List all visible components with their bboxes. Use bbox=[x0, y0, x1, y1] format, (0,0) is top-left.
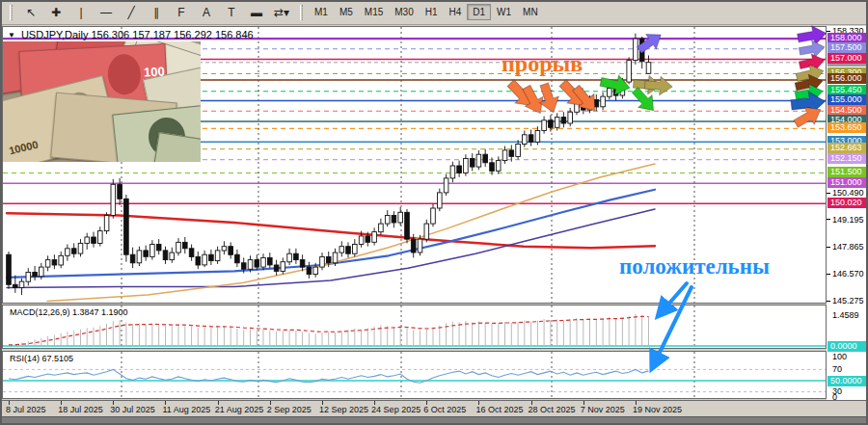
tool-horizontal-line-tool[interactable]: — bbox=[94, 3, 119, 22]
tool-text-label-tool[interactable]: T bbox=[219, 3, 244, 22]
price-axis-tickmark bbox=[827, 274, 830, 275]
tool-text-tool[interactable]: A bbox=[194, 3, 219, 22]
tool-arrows-tool[interactable]: ⇄▾ bbox=[269, 3, 294, 22]
time-axis-label: 2 Sep 2025 bbox=[267, 405, 312, 414]
rsi-indicator-label: RSI(14) 67.5105 bbox=[8, 354, 75, 363]
price-axis-tickmark bbox=[827, 193, 830, 194]
timeframe-button-MN[interactable]: MN bbox=[517, 4, 544, 20]
time-axis[interactable]: 8 Jul 202518 Jul 202530 Jul 202511 Aug 2… bbox=[0, 400, 868, 416]
price-axis-tickmark bbox=[827, 219, 830, 220]
time-axis-label: 16 Oct 2025 bbox=[475, 405, 523, 414]
tool-equidistant-channel-tool[interactable]: ∥ bbox=[144, 3, 169, 22]
toolbar-grip[interactable] bbox=[10, 5, 13, 20]
time-axis-label: 7 Nov 2025 bbox=[581, 405, 625, 414]
price-axis-tick: 145.275 bbox=[832, 296, 864, 305]
price-axis-tick: 150.490 bbox=[832, 188, 864, 198]
time-axis-label: 8 Jul 2025 bbox=[6, 405, 46, 414]
tool-crosshair-tool[interactable]: ✚ bbox=[43, 3, 68, 22]
price-level-label-153.650: 153.650 bbox=[827, 122, 868, 133]
price-axis-tickmark bbox=[827, 301, 830, 302]
macd-indicator-label: MACD(12,26,9) 1.3847 1.1900 bbox=[8, 307, 130, 317]
macd-axis-label-1.4589: 1.4589 bbox=[832, 310, 859, 320]
tool-cursor-tool[interactable]: ↖ bbox=[18, 3, 43, 22]
time-axis-label: 30 Jul 2025 bbox=[110, 405, 155, 414]
price-level-label-150.020: 150.020 bbox=[827, 198, 868, 208]
price-axis-tick: 147.865 bbox=[832, 242, 864, 252]
timeframe-button-M30[interactable]: M30 bbox=[389, 4, 419, 20]
time-axis-label: 19 Nov 2025 bbox=[633, 405, 682, 414]
price-level-label-151.500: 151.500 bbox=[827, 167, 868, 177]
tool-vertical-line-tool[interactable]: | bbox=[68, 3, 94, 22]
time-axis-label: 28 Oct 2025 bbox=[529, 405, 576, 414]
rsi-pane[interactable] bbox=[2, 351, 827, 399]
timeframe-button-M1[interactable]: M1 bbox=[309, 4, 334, 20]
price-level-label-151.000: 151.000 bbox=[827, 177, 868, 188]
timeframe-button-M15[interactable]: M15 bbox=[359, 4, 389, 20]
chart-window: ▼ USDJPY,Daily 156.306 157.187 156.292 1… bbox=[0, 25, 868, 425]
macd-axis-label-0.0000: 0.0000 bbox=[827, 341, 868, 352]
tool-trendline-tool[interactable]: ╱ bbox=[119, 3, 144, 22]
time-axis-label: 18 Jul 2025 bbox=[58, 405, 103, 414]
price-axis-tickmark bbox=[827, 247, 830, 248]
timeframe-button-H4[interactable]: H4 bbox=[444, 4, 468, 20]
price-level-label-154.500: 154.500 bbox=[827, 105, 868, 116]
price-axis-tickmark bbox=[827, 31, 830, 32]
price-level-label-156.000: 156.000 bbox=[827, 73, 868, 84]
chart-title-row: ▼ USDJPY,Daily 156.306 157.187 156.292 1… bbox=[8, 29, 254, 40]
window-bottom-edge bbox=[0, 416, 868, 425]
chart-dropdown-icon[interactable]: ▼ bbox=[8, 31, 15, 40]
price-level-label-157.000: 157.000 bbox=[827, 53, 868, 64]
timeframe-group: M1M5M15M30H1H4D1W1MN bbox=[309, 4, 544, 20]
timeframe-button-D1[interactable]: D1 bbox=[467, 4, 491, 20]
toolbar: ↖✚|—╱∥FAT▬⇄▾ M1M5M15M30H1H4D1W1MN bbox=[0, 0, 868, 25]
price-level-label-152.150: 152.150 bbox=[827, 153, 868, 164]
rsi-axis-label-70: 70 bbox=[832, 364, 842, 374]
price-level-label-157.500: 157.500 bbox=[827, 42, 868, 53]
time-axis-label: 6 Oct 2025 bbox=[423, 405, 466, 414]
time-axis-label: 12 Sep 2025 bbox=[319, 405, 368, 414]
tool-fibonacci-tool[interactable]: F bbox=[169, 3, 194, 22]
price-level-label-158.000: 158.000 bbox=[827, 33, 868, 43]
yuan-denomination: 100 bbox=[144, 64, 165, 79]
timeframe-button-H1[interactable]: H1 bbox=[420, 4, 444, 20]
toolbar-grip-2[interactable] bbox=[300, 5, 303, 20]
ma-red-line bbox=[7, 213, 655, 248]
chart-title: USDJPY,Daily 156.306 157.187 156.292 156… bbox=[21, 29, 254, 40]
tool-shapes-tool[interactable]: ▬ bbox=[244, 3, 269, 22]
trading-terminal-window: ↖✚|—╱∥FAT▬⇄▾ M1M5M15M30H1H4D1W1MN ▼ USDJ… bbox=[0, 0, 868, 425]
timeframe-button-W1[interactable]: W1 bbox=[491, 4, 517, 20]
rsi-axis-label-50.0000: 50.0000 bbox=[827, 376, 868, 386]
currency-banknotes-photo: 100 10000 bbox=[3, 41, 201, 162]
timeframe-button-M5[interactable]: M5 bbox=[334, 4, 359, 20]
drawing-tools-group: ↖✚|—╱∥FAT▬⇄▾ bbox=[18, 3, 294, 22]
time-axis-label: 24 Sep 2025 bbox=[371, 405, 420, 414]
ma-navy-line bbox=[7, 209, 655, 288]
rsi-axis-label-100: 100 bbox=[832, 352, 847, 361]
price-level-label-152.663: 152.663 bbox=[827, 143, 868, 153]
price-axis-tick: 146.570 bbox=[832, 269, 864, 279]
price-level-label-155.000: 155.000 bbox=[827, 94, 868, 105]
price-axis[interactable]: 158.330150.490149.195147.865146.570145.2… bbox=[827, 26, 868, 416]
time-axis-label: 11 Aug 2025 bbox=[162, 405, 210, 414]
price-axis-tick: 149.195 bbox=[832, 215, 864, 225]
time-axis-label: 21 Aug 2025 bbox=[215, 405, 264, 414]
